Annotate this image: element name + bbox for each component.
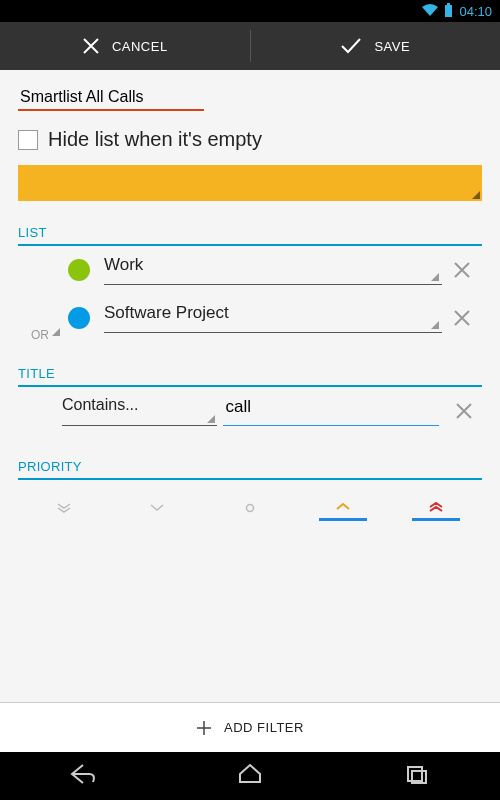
status-bar: 04:10 [0, 0, 500, 22]
priority-row [18, 486, 482, 530]
title-section-header: TITLE [18, 366, 482, 387]
list-name-label: Work [104, 255, 143, 275]
wifi-icon [422, 4, 438, 19]
action-bar: CANCEL SAVE [0, 22, 500, 70]
list-section-header: LIST [18, 225, 482, 246]
color-selector[interactable] [18, 165, 482, 201]
hide-empty-checkbox[interactable] [18, 130, 38, 150]
chevron-double-down-icon [57, 503, 71, 513]
recent-apps-icon [403, 762, 431, 786]
chevron-up-icon [336, 503, 350, 511]
list-selector[interactable]: Software Project [104, 303, 442, 333]
save-label: SAVE [374, 39, 410, 54]
home-button[interactable] [236, 762, 264, 790]
cancel-button[interactable]: CANCEL [0, 37, 250, 55]
list-color-dot [68, 307, 90, 329]
smartlist-name-input[interactable] [18, 82, 188, 110]
svg-rect-0 [445, 5, 452, 17]
chevron-down-icon [150, 504, 164, 512]
list-filter-row: Work [18, 246, 482, 294]
list-filter-row: OR Software Project [18, 294, 482, 342]
close-icon [82, 37, 100, 55]
title-operator-label: Contains... [62, 396, 138, 413]
dropdown-icon [431, 321, 439, 329]
content-area: Hide list when it's empty LIST Work OR [0, 70, 500, 752]
priority-low-button[interactable] [133, 495, 181, 521]
add-filter-button[interactable]: ADD FILTER [0, 702, 500, 752]
operator-selector[interactable]: OR [18, 294, 62, 342]
title-filter-row: Contains... [18, 387, 482, 435]
recent-button[interactable] [403, 762, 431, 790]
cancel-label: CANCEL [112, 39, 168, 54]
close-icon [453, 261, 471, 279]
close-icon [455, 402, 473, 420]
svg-point-2 [246, 505, 253, 512]
add-filter-label: ADD FILTER [224, 720, 304, 735]
plus-icon [196, 720, 212, 736]
back-icon [69, 762, 97, 786]
chevron-double-up-icon [429, 502, 443, 512]
svg-rect-1 [447, 3, 450, 5]
list-name-label: Software Project [104, 303, 229, 323]
home-icon [236, 762, 264, 786]
clock-text: 04:10 [459, 4, 492, 19]
priority-highest-button[interactable] [412, 495, 460, 521]
priority-high-button[interactable] [319, 495, 367, 521]
close-icon [453, 309, 471, 327]
dropdown-icon [207, 415, 215, 423]
title-operator-selector[interactable]: Contains... [62, 396, 217, 426]
priority-none-button[interactable] [226, 495, 274, 521]
remove-filter-button[interactable] [442, 261, 482, 279]
back-button[interactable] [69, 762, 97, 790]
operator-cell[interactable] [18, 246, 62, 294]
operator-label: OR [31, 328, 49, 342]
dropdown-icon [52, 328, 60, 336]
title-value-input[interactable] [223, 396, 439, 426]
dropdown-icon [431, 273, 439, 281]
remove-filter-button[interactable] [445, 402, 482, 420]
save-button[interactable]: SAVE [251, 37, 501, 55]
battery-icon [444, 3, 453, 20]
priority-section-header: PRIORITY [18, 459, 482, 480]
remove-filter-button[interactable] [442, 309, 482, 327]
nav-bar [0, 752, 500, 800]
list-color-dot [68, 259, 90, 281]
priority-lowest-button[interactable] [40, 495, 88, 521]
check-icon [340, 37, 362, 55]
list-selector[interactable]: Work [104, 255, 442, 285]
hide-empty-label: Hide list when it's empty [48, 128, 262, 151]
dropdown-icon [472, 191, 480, 199]
svg-rect-3 [408, 767, 422, 781]
circle-icon [245, 503, 255, 513]
